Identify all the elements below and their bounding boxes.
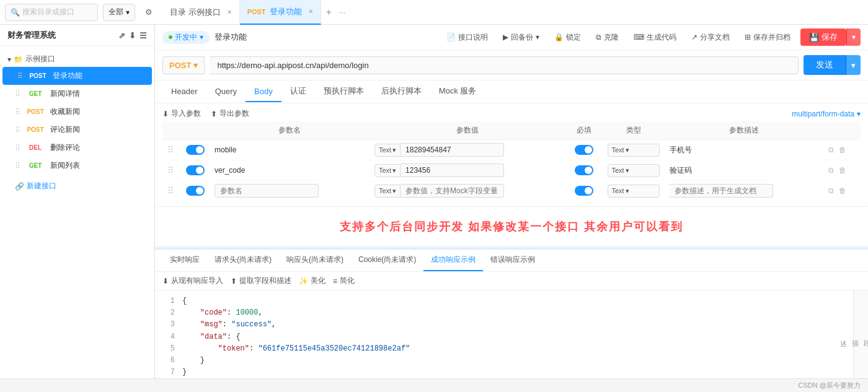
save-dropdown-button[interactable]: ▾ (846, 28, 861, 46)
type-select[interactable]: Text ▾ (608, 164, 660, 177)
row3-enable-toggle[interactable] (186, 186, 205, 196)
copy-row-button[interactable]: ⧉ (828, 146, 834, 154)
export-params-button[interactable]: ⬆ 导出参数 (211, 108, 249, 119)
tab-auth[interactable]: 认证 (281, 81, 315, 103)
row1-enable-toggle[interactable] (186, 145, 205, 155)
required-toggle[interactable] (575, 186, 593, 196)
method-badge-del: DEL (24, 144, 46, 151)
import-params-button[interactable]: ⬇ 导入参数 (162, 108, 201, 119)
param-value-input[interactable] (401, 163, 504, 177)
share-icon[interactable]: ⇗ (118, 31, 125, 40)
param-type-select[interactable]: Text ▾ (374, 185, 401, 198)
menu-icon[interactable]: ☰ (140, 31, 147, 40)
item-name: 收藏新闻 (50, 107, 80, 117)
clone-button[interactable]: ⧉ 克隆 (591, 30, 624, 45)
tab-query[interactable]: Query (206, 82, 246, 102)
beautify-button[interactable]: ✨ 美化 (299, 276, 326, 286)
env-badge[interactable]: 开发中 ▾ (162, 31, 210, 44)
sidebar-item-news-detail[interactable]: ⠿ GET 新闻详情 (0, 85, 154, 103)
tab-mock[interactable]: Mock 服务 (430, 81, 485, 103)
line-content: } (182, 355, 846, 367)
tab-catalog[interactable]: 目录 示例接口 ✕ (162, 0, 240, 25)
extract-fields-button[interactable]: ⬆ 提取字段和描述 (231, 276, 291, 286)
save-share-button[interactable]: ⊞ 保存并归档 (740, 30, 795, 45)
generate-button[interactable]: ⌨ 生成代码 (629, 30, 681, 45)
drag-handle[interactable]: ⠿ (167, 145, 174, 155)
code-editor[interactable]: 1 { 2 "code": 10000, 3 "msg": "success", (155, 290, 853, 378)
content-type-select[interactable]: multipart/form-data ▾ (792, 110, 861, 118)
col-drag (162, 121, 181, 140)
clone-icon: ⧉ (596, 33, 601, 41)
lock-button[interactable]: 🔒 锁定 (549, 30, 586, 45)
response-tab-realtime[interactable]: 实时响应 (162, 250, 207, 271)
param-value-group: Text ▾ (374, 184, 560, 198)
response-tab-error[interactable]: 错误响应示例 (483, 250, 542, 271)
new-param-desc-input[interactable] (670, 184, 773, 198)
tab-active-close[interactable]: ✕ (308, 8, 313, 15)
col-required: 必填 (565, 121, 603, 140)
search-icon: 🔍 (11, 8, 20, 17)
item-name: 新闻列表 (50, 160, 80, 171)
response-tab-req-header[interactable]: 请求头(尚未请求) (207, 250, 279, 271)
tab-post-script[interactable]: 后执行脚本 (373, 81, 430, 103)
tree-group-header[interactable]: ▾ 📁 示例接口 (0, 51, 154, 67)
share-button[interactable]: ↗ 分享文档 (686, 30, 735, 45)
import-response-button[interactable]: ⬇ 从现有响应导入 (162, 276, 223, 286)
required-knob (585, 167, 592, 174)
response-tab-success[interactable]: 成功响应示例 (423, 250, 483, 271)
method-badge-post: POST (27, 72, 49, 79)
delete-row-button[interactable]: 🗑 (839, 186, 846, 195)
doc-button[interactable]: 📄 接口说明 (441, 30, 493, 45)
new-param-name-input[interactable] (215, 184, 319, 198)
method-badge-get: GET (24, 90, 46, 97)
drag-handle[interactable]: ⠿ (167, 186, 174, 196)
param-value-input[interactable] (401, 143, 504, 157)
tab-more-button[interactable]: ··· (337, 7, 348, 17)
type-select[interactable]: Text ▾ (608, 144, 660, 157)
sidebar-item-news-list[interactable]: ⠿ GET 新闻列表 (0, 157, 154, 175)
copy-row-button[interactable]: ⧉ (828, 166, 834, 175)
response-tab-cookie[interactable]: Cookie(尚未请求) (351, 250, 423, 271)
code-line: 5 "token": "661fe75115e45a3520ec74121898… (162, 343, 846, 355)
content-type-label: multipart/form-data (792, 110, 854, 118)
tab-body[interactable]: Body (246, 82, 281, 102)
tab-active[interactable]: POST 登录功能 ✕ (240, 0, 321, 25)
line-content: "token": "661fe75115e45a3520ec74121898e2… (182, 343, 846, 355)
sidebar-item-login[interactable]: ⠿ POST 登录功能 (2, 67, 152, 85)
search-box[interactable]: 🔍 搜索目录或接口 (5, 4, 98, 21)
tag-select[interactable]: 全部 ▾ (103, 4, 135, 21)
param-type-select[interactable]: Text ▾ (374, 164, 401, 177)
type-select[interactable]: Text ▾ (608, 185, 660, 198)
simplify-icon: ≡ (333, 277, 337, 285)
method-badge-get: GET (24, 162, 46, 169)
delete-row-button[interactable]: 🗑 (839, 146, 846, 154)
line-content: "data": { (182, 331, 846, 343)
response-tab-resp-header[interactable]: 响应头(尚未请求) (279, 250, 351, 271)
row2-enable-toggle[interactable] (186, 165, 205, 175)
line-number: 4 (162, 331, 175, 343)
send-button[interactable]: 发送 (804, 55, 846, 75)
tab-pre-script[interactable]: 预执行脚本 (315, 81, 373, 103)
param-type-select[interactable]: Text ▾ (374, 144, 401, 157)
save-button[interactable]: 💾 保存 (800, 28, 846, 46)
download-icon[interactable]: ⬇ (129, 31, 136, 40)
sidebar-item-collect[interactable]: ⠿ POST 收藏新闻 (0, 103, 154, 121)
delete-row-button[interactable]: 🗑 (839, 166, 846, 175)
tab-header[interactable]: Header (162, 82, 206, 102)
send-dropdown-button[interactable]: ▾ (846, 55, 861, 75)
sidebar-item-comment[interactable]: ⠿ POST 评论新闻 (0, 121, 154, 139)
required-toggle[interactable] (575, 145, 593, 155)
backup-button[interactable]: ▶ 回备份 ▾ (498, 30, 544, 45)
tab-add-button[interactable]: + (321, 7, 337, 18)
url-input[interactable] (210, 56, 799, 74)
add-interface-button[interactable]: 🔗 新建接口 (0, 177, 154, 195)
tab-catalog-close[interactable]: ✕ (227, 9, 232, 15)
copy-row-button[interactable]: ⧉ (828, 186, 834, 195)
settings-icon[interactable]: ⚙ (140, 4, 157, 21)
sidebar-item-delete[interactable]: ⠿ DEL 删除评论 (0, 139, 154, 157)
simplify-button[interactable]: ≡ 简化 (333, 276, 355, 286)
required-toggle[interactable] (575, 165, 593, 175)
method-select[interactable]: POST ▾ (162, 56, 205, 74)
new-param-value-input[interactable] (401, 184, 504, 198)
drag-handle[interactable]: ⠿ (167, 165, 174, 175)
